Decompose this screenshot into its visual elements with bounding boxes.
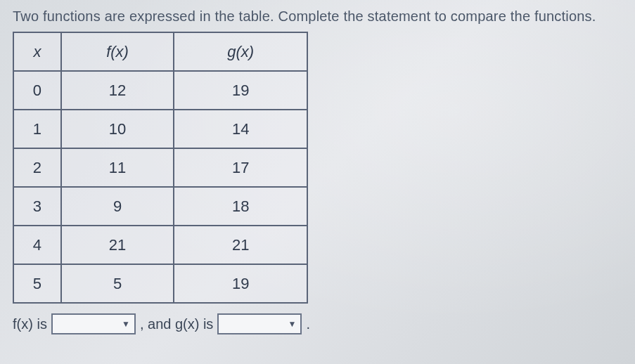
fx-label: f(x) is [13,316,47,332]
cell-x: 2 [13,148,61,187]
between-text: , and g(x) is [140,316,213,332]
fx-dropdown[interactable]: ▼ [51,313,136,334]
cell-gx: 18 [174,187,307,226]
cell-x: 0 [13,71,61,110]
cell-x: 3 [13,187,61,226]
period-text: . [306,316,310,332]
cell-fx: 21 [61,226,174,264]
cell-fx: 5 [61,264,174,303]
table-row: 5 5 19 [13,264,307,303]
table-row: 3 9 18 [13,187,307,226]
cell-gx: 21 [174,226,307,264]
table-row: 2 11 17 [13,148,307,187]
cell-gx: 19 [174,264,307,303]
chevron-down-icon: ▼ [122,319,130,329]
table-row: 1 10 14 [13,110,307,148]
cell-fx: 10 [61,110,174,148]
completion-statement: f(x) is ▼ , and g(x) is ▼ . [13,313,622,334]
functions-table: x f(x) g(x) 0 12 19 1 10 14 2 11 17 3 9 … [13,32,308,304]
header-fx: f(x) [61,32,174,71]
cell-x: 1 [13,110,61,148]
header-gx: g(x) [174,32,307,71]
cell-fx: 12 [61,71,174,110]
cell-gx: 17 [174,148,307,187]
cell-gx: 14 [174,110,307,148]
cell-x: 5 [13,264,61,303]
cell-fx: 9 [61,187,174,226]
table-header-row: x f(x) g(x) [13,32,307,71]
gx-dropdown[interactable]: ▼ [217,313,302,334]
cell-fx: 11 [61,148,174,187]
header-x: x [13,32,61,71]
table-row: 4 21 21 [13,226,307,264]
cell-x: 4 [13,226,61,264]
cell-gx: 19 [174,71,307,110]
instruction-text: Two functions are expressed in the table… [13,8,622,25]
chevron-down-icon: ▼ [288,319,296,329]
table-row: 0 12 19 [13,71,307,110]
